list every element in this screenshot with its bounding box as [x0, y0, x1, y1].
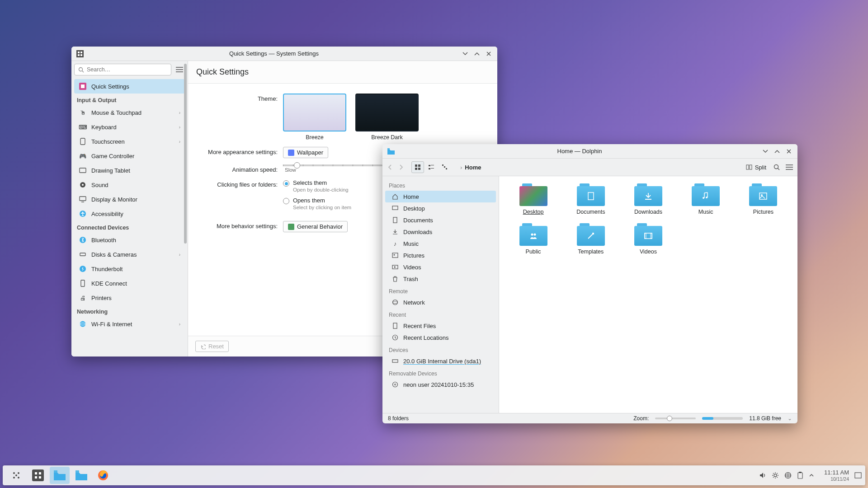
sidebar-item-wifi[interactable]: Wi-Fi & Internet›: [74, 317, 185, 331]
sidebar-item-printers[interactable]: 🖨Printers: [74, 291, 185, 305]
task-dolphin[interactable]: [50, 467, 70, 484]
sidebar-scrollbar[interactable]: [184, 64, 187, 354]
maximize-button[interactable]: [473, 50, 481, 58]
network-icon[interactable]: [784, 472, 792, 479]
folder-downloads[interactable]: Downloads: [621, 183, 675, 215]
dolphin-task-icon: [54, 470, 66, 480]
place-downloads[interactable]: Downloads: [385, 226, 496, 238]
keyboard-icon: ⌨: [79, 123, 87, 131]
place-home[interactable]: Home: [385, 191, 496, 202]
statusbar-chevron-icon[interactable]: ⌄: [788, 415, 792, 422]
svg-point-22: [80, 266, 86, 272]
place-music[interactable]: ♪Music: [385, 238, 496, 249]
app-launcher-button[interactable]: [6, 467, 26, 484]
folder-public[interactable]: Public: [506, 223, 560, 255]
sidebar-item-display[interactable]: Display & Monitor: [74, 192, 185, 206]
svg-point-56: [393, 382, 398, 387]
search-button[interactable]: [774, 164, 780, 171]
sidebar-item-quick-settings[interactable]: Quick Settings: [74, 79, 185, 94]
search-icon: [78, 67, 84, 73]
svg-rect-96: [799, 472, 802, 473]
sidebar-item-disks[interactable]: Disks & Cameras›: [74, 247, 185, 262]
clipboard-icon[interactable]: [797, 472, 803, 479]
place-recent-files[interactable]: Recent Files: [385, 320, 496, 332]
sidebar-item-accessibility[interactable]: Accessibility: [74, 206, 185, 221]
place-desktop[interactable]: Desktop: [385, 202, 496, 214]
sidebar-menu-button[interactable]: [174, 64, 185, 75]
close-button[interactable]: [485, 50, 493, 58]
reset-button[interactable]: Reset: [195, 341, 229, 352]
view-compact-button[interactable]: [425, 161, 438, 173]
sidebar-item-sound[interactable]: Sound: [74, 178, 185, 192]
dolphin-titlebar[interactable]: Home — Dolphin: [382, 144, 797, 159]
task-system-settings[interactable]: [28, 467, 48, 484]
place-internal-drive[interactable]: 20.0 GiB Internal Drive (sda1): [385, 355, 496, 367]
folder-desktop[interactable]: Desktop: [506, 183, 560, 215]
show-desktop-button[interactable]: [854, 472, 862, 479]
task-files[interactable]: [71, 467, 91, 484]
view-details-button[interactable]: [439, 161, 451, 173]
recent-header: Recent: [383, 308, 498, 320]
sidebar-item-touchscreen[interactable]: Touchscreen›: [74, 134, 185, 149]
general-behavior-button[interactable]: General Behavior: [283, 221, 348, 232]
maximize-button[interactable]: [773, 147, 781, 155]
sidebar-item-game-controller[interactable]: 🎮Game Controller: [74, 149, 185, 163]
folder-pictures[interactable]: Pictures: [736, 183, 790, 215]
folder-music[interactable]: Music: [679, 183, 733, 215]
svg-rect-58: [588, 192, 594, 200]
tray-expand-icon[interactable]: [809, 473, 814, 478]
settings-task-icon: [32, 469, 44, 481]
forward-button[interactable]: [398, 164, 404, 170]
svg-rect-78: [54, 470, 57, 473]
clock[interactable]: 11:11 AM 10/11/24: [824, 469, 849, 482]
volume-icon[interactable]: [759, 472, 766, 479]
place-documents[interactable]: Documents: [385, 214, 496, 226]
place-network[interactable]: Network: [385, 296, 496, 308]
place-removable-neon[interactable]: neon user 20241010-15:35: [385, 379, 496, 390]
place-videos[interactable]: Videos: [385, 261, 496, 273]
clock-icon: [392, 334, 399, 341]
dolphin-toolbar: › Home Split: [382, 159, 797, 176]
svg-line-6: [82, 70, 84, 72]
thunderbolt-icon: [79, 265, 87, 273]
split-button[interactable]: Split: [744, 163, 768, 172]
svg-rect-30: [415, 168, 417, 170]
sidebar-item-mouse[interactable]: 🖱Mouse & Touchpad›: [74, 105, 185, 120]
svg-rect-4: [80, 54, 82, 56]
file-view[interactable]: Desktop Documents Downloads Music Pictur…: [499, 176, 797, 413]
close-button[interactable]: [785, 147, 793, 155]
sidebar-item-drawing-tablet[interactable]: Drawing Tablet: [74, 163, 185, 178]
devices-header: Devices: [383, 343, 498, 355]
place-recent-locations[interactable]: Recent Locations: [385, 332, 496, 343]
minimize-button[interactable]: [761, 147, 769, 155]
back-button[interactable]: [387, 164, 393, 170]
place-pictures[interactable]: Pictures: [385, 249, 496, 261]
svg-point-82: [774, 474, 777, 477]
task-firefox[interactable]: [93, 467, 113, 484]
folder-videos[interactable]: Videos: [621, 223, 675, 255]
zoom-slider[interactable]: [655, 418, 696, 419]
place-trash[interactable]: Trash: [385, 273, 496, 285]
svg-rect-48: [392, 253, 398, 258]
sidebar-item-thunderbolt[interactable]: Thunderbolt: [74, 262, 185, 276]
wallpaper-button[interactable]: Wallpaper: [283, 147, 328, 158]
svg-rect-3: [78, 54, 80, 56]
theme-label: Theme:: [201, 94, 283, 102]
menu-button[interactable]: [786, 164, 793, 170]
view-icons-button[interactable]: [411, 161, 424, 173]
theme-breeze-dark[interactable]: Breeze Dark: [355, 94, 419, 141]
search-input[interactable]: [74, 64, 171, 75]
theme-breeze[interactable]: Breeze: [283, 94, 346, 141]
brightness-icon[interactable]: [772, 472, 779, 479]
breadcrumb[interactable]: › Home: [460, 164, 481, 171]
sidebar-item-kde-connect[interactable]: KDE Connect: [74, 276, 185, 291]
folder-templates[interactable]: Templates: [564, 223, 618, 255]
folder-documents[interactable]: Documents: [564, 183, 618, 215]
sidebar-item-keyboard[interactable]: ⌨Keyboard›: [74, 120, 185, 134]
svg-rect-35: [431, 168, 434, 169]
settings-titlebar[interactable]: Quick Settings — System Settings: [71, 47, 497, 61]
sidebar-item-bluetooth[interactable]: Bluetooth: [74, 233, 185, 247]
disk-usage-bar: [702, 417, 743, 420]
folder-count: 8 folders: [388, 415, 409, 422]
minimize-button[interactable]: [461, 50, 469, 58]
